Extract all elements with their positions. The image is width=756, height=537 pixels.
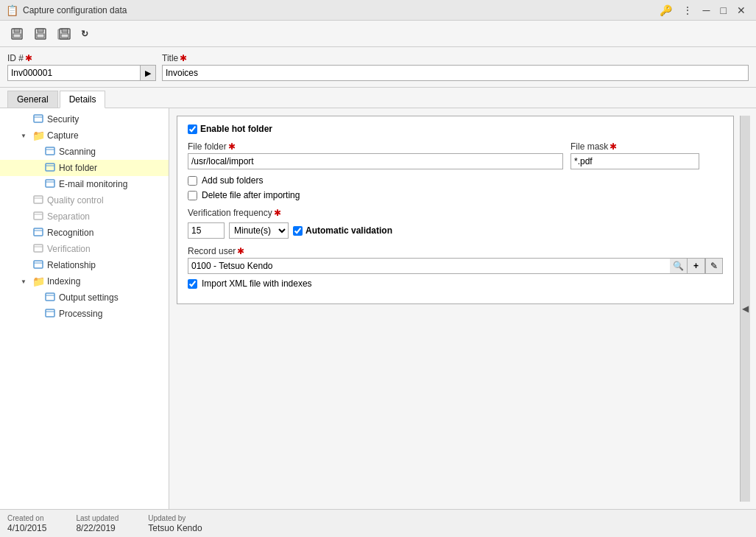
file-mask-input[interactable] bbox=[570, 153, 699, 169]
svg-rect-16 bbox=[46, 180, 54, 187]
import-xml-checkbox[interactable] bbox=[188, 279, 197, 289]
title-input[interactable] bbox=[162, 65, 749, 81]
record-user-search-button[interactable]: 🔍 bbox=[670, 258, 688, 274]
sidebar-item-hot-folder[interactable]: Hot folder bbox=[0, 160, 169, 176]
delete-after-checkbox[interactable] bbox=[188, 191, 197, 200]
record-user-input[interactable] bbox=[188, 258, 670, 274]
sidebar-item-indexing[interactable]: ▼ 📁 Indexing bbox=[0, 273, 169, 289]
enable-hotfolder-label[interactable]: Enable hot folder bbox=[188, 124, 272, 134]
created-on-label: Created on bbox=[7, 514, 46, 522]
id-arrow-button[interactable]: ▶ bbox=[140, 65, 156, 81]
id-label: ID # ✱ bbox=[7, 53, 156, 63]
save-button-1[interactable] bbox=[6, 24, 28, 43]
sidebar-item-output-settings[interactable]: Output settings bbox=[0, 289, 169, 306]
file-folder-label: File folder ✱ bbox=[188, 141, 563, 152]
separation-icon bbox=[32, 211, 44, 222]
collapse-panel-button[interactable]: ◀ bbox=[740, 116, 750, 502]
minimize-button[interactable]: ─ bbox=[699, 3, 715, 18]
sidebar-label-quality-control: Quality control bbox=[47, 195, 104, 206]
auto-validation-checkbox[interactable] bbox=[293, 226, 303, 236]
title-bar: 📋 Capture configuration data 🔑 ⋮ ─ □ ✕ bbox=[0, 0, 756, 21]
maximize-button[interactable]: □ bbox=[716, 3, 731, 18]
save-button-3[interactable] bbox=[53, 24, 75, 43]
svg-rect-30 bbox=[46, 309, 54, 317]
import-xml-row: Import XML file with indexes bbox=[188, 278, 723, 289]
sidebar-item-email-monitoring[interactable]: E-mail monitoring bbox=[0, 176, 169, 192]
verification-freq-row: Verification frequency ✱ bbox=[188, 208, 723, 220]
svg-rect-20 bbox=[34, 212, 43, 220]
sidebar-item-separation[interactable]: Separation bbox=[0, 208, 169, 225]
menu-button[interactable]: ⋮ bbox=[678, 3, 697, 18]
record-user-row: 🔍 + ✎ bbox=[188, 258, 723, 274]
svg-rect-8 bbox=[62, 29, 68, 32]
email-monitoring-icon bbox=[44, 178, 56, 190]
window-title: Capture configuration data bbox=[23, 5, 127, 15]
sidebar-label-output-settings: Output settings bbox=[59, 292, 119, 303]
svg-rect-18 bbox=[34, 196, 43, 203]
file-folder-input[interactable] bbox=[188, 153, 563, 169]
svg-rect-22 bbox=[34, 228, 43, 236]
tab-details[interactable]: Details bbox=[60, 91, 106, 108]
save-button-2[interactable] bbox=[29, 24, 52, 43]
auto-validation-label[interactable]: Automatic validation bbox=[293, 225, 392, 236]
app-icon: 📋 bbox=[6, 4, 18, 16]
created-on-value: 4/10/2015 bbox=[7, 523, 46, 533]
verification-freq-input[interactable] bbox=[188, 222, 225, 239]
sidebar-item-security[interactable]: Security bbox=[0, 111, 169, 127]
sidebar-label-capture: Capture bbox=[47, 130, 79, 141]
id-group: ▶ bbox=[7, 65, 156, 81]
id-title-form: ID # ✱ ▶ Title ✱ bbox=[0, 47, 756, 88]
sidebar-item-processing[interactable]: Processing bbox=[0, 306, 169, 322]
main-content: Security ▼ 📁 Capture Scanning Hot folder bbox=[0, 108, 756, 509]
sidebar-item-verification[interactable]: Verification bbox=[0, 241, 169, 257]
sidebar-item-quality-control[interactable]: Quality control bbox=[0, 192, 169, 208]
sidebar-item-capture[interactable]: ▼ 📁 Capture bbox=[0, 127, 169, 144]
close-button[interactable]: ✕ bbox=[732, 3, 750, 18]
record-user-edit-button[interactable]: ✎ bbox=[705, 258, 723, 274]
verification-unit-select[interactable]: Minute(s) Second(s) Hour(s) bbox=[229, 222, 289, 239]
svg-rect-24 bbox=[34, 245, 43, 252]
title-bar-right: 🔑 ⋮ ─ □ ✕ bbox=[655, 3, 750, 18]
refresh-button[interactable]: ↻ bbox=[77, 26, 93, 42]
sidebar-item-relationship[interactable]: Relationship bbox=[0, 257, 169, 273]
svg-rect-5 bbox=[37, 34, 44, 38]
content-panel: Enable hot folder File folder ✱ Fi bbox=[169, 108, 756, 509]
sidebar: Security ▼ 📁 Capture Scanning Hot folder bbox=[0, 108, 169, 509]
svg-rect-9 bbox=[61, 34, 68, 38]
enable-hotfolder-checkbox[interactable] bbox=[188, 124, 197, 134]
key-button[interactable]: 🔑 bbox=[655, 3, 676, 18]
processing-icon bbox=[44, 308, 56, 320]
file-mask-req-star: ✱ bbox=[610, 141, 617, 152]
add-sub-folders-checkbox[interactable] bbox=[188, 176, 197, 186]
sidebar-label-hot-folder: Hot folder bbox=[59, 163, 97, 173]
sidebar-label-security: Security bbox=[47, 114, 79, 124]
title-label: Title ✱ bbox=[162, 53, 749, 63]
delete-after-label: Delete file after importing bbox=[202, 190, 300, 200]
title-bar-left: 📋 Capture configuration data bbox=[6, 4, 127, 16]
file-mask-label: File mask ✱ bbox=[570, 141, 699, 152]
hotfolder-group: Enable hot folder File folder ✱ Fi bbox=[177, 116, 734, 304]
sidebar-item-recognition[interactable]: Recognition bbox=[0, 225, 169, 241]
file-folder-col: File folder ✱ bbox=[188, 141, 563, 169]
add-sub-folders-label: Add sub folders bbox=[202, 175, 263, 186]
verification-freq-label: Verification frequency ✱ bbox=[188, 208, 281, 218]
indexing-expand-icon: ▼ bbox=[21, 278, 29, 285]
tab-general[interactable]: General bbox=[7, 91, 58, 108]
sidebar-item-scanning[interactable]: Scanning bbox=[0, 144, 169, 160]
svg-rect-4 bbox=[38, 29, 43, 32]
security-icon bbox=[32, 113, 44, 125]
id-input[interactable] bbox=[7, 65, 140, 81]
save-icon-1 bbox=[10, 27, 24, 41]
sidebar-label-email-monitoring: E-mail monitoring bbox=[59, 179, 127, 189]
sidebar-label-verification: Verification bbox=[47, 244, 91, 254]
title-required-star: ✱ bbox=[180, 53, 187, 63]
indexing-folder-icon: 📁 bbox=[32, 275, 44, 287]
file-folder-req-star: ✱ bbox=[228, 141, 236, 152]
updated-by-label: Updated by bbox=[148, 514, 202, 522]
last-updated-field: Last updated 8/22/2019 bbox=[76, 514, 119, 533]
svg-rect-12 bbox=[46, 147, 54, 155]
sidebar-label-relationship: Relationship bbox=[47, 260, 96, 270]
record-user-add-button[interactable]: + bbox=[688, 258, 705, 274]
save-icon-3 bbox=[57, 27, 71, 41]
freq-req-star: ✱ bbox=[274, 208, 281, 218]
